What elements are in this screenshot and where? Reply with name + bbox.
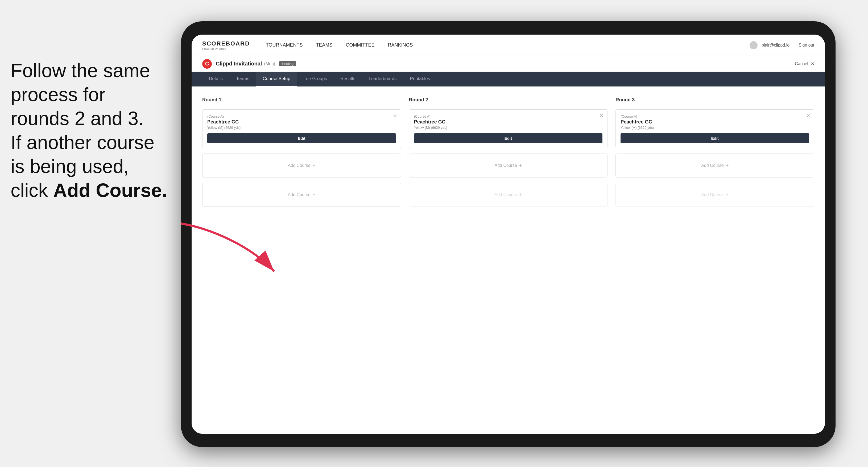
round-2-course-info: Yellow (M) (6629 yds) [414,126,603,130]
round-1-add-plus-1: + [312,163,315,168]
round-3-add-course-1-label: Add Course [701,163,724,168]
tab-details[interactable]: Details [202,72,229,87]
tab-results[interactable]: Results [334,72,362,87]
round-1-column: Round 1 ✕ (Course A) Peachtree GC Yellow… [202,97,401,207]
round-3-course-info: Yellow (M) (6629 yds) [621,126,809,130]
round-3-course-name: Peachtree GC [621,119,809,125]
sub-header-right: Cancel ✕ [795,61,814,66]
hosting-badge: Hosting [279,61,296,66]
cancel-x-icon[interactable]: ✕ [811,61,814,66]
sub-header: C Clippd Invitational (Men) Hosting Canc… [192,56,825,72]
nav-links: TOURNAMENTS TEAMS COMMITTEE RANKINGS [266,41,750,49]
round-1-course-info: Yellow (M) (6629 yds) [207,126,396,130]
round-3-add-course-2-label: Add Course [701,192,724,197]
instruction-panel: Follow the same process for rounds 2 and… [0,48,186,213]
tablet-screen: SCOREBOARD Powered by clippd TOURNAMENTS… [192,35,825,434]
round-1-add-course-2-label: Add Course [288,192,311,197]
tab-bar: Details Teams Course Setup Tee Groups Re… [192,72,825,87]
round-1-course-label: (Course A) [207,115,396,118]
nav-tournaments[interactable]: TOURNAMENTS [266,41,303,49]
round-2-add-course-1-label: Add Course [494,163,517,168]
round-1-remove-icon[interactable]: ✕ [393,113,397,119]
user-email: blair@clippd.io [762,43,789,48]
nav-teams[interactable]: TEAMS [316,41,333,49]
cancel-button[interactable]: Cancel [795,61,808,66]
round-1-add-plus-2: + [312,192,315,198]
round-3-add-course-1[interactable]: Add Course + [616,154,814,178]
round-1-add-course-1[interactable]: Add Course + [202,154,401,178]
round-2-course-label: (Course A) [414,115,603,118]
round-3-add-plus-2: + [726,192,729,198]
round-2-title: Round 2 [409,97,608,103]
round-3-edit-button[interactable]: Edit [621,133,809,143]
round-3-title: Round 3 [616,97,814,103]
round-2-add-plus-1: + [519,163,522,168]
round-1-add-course-2[interactable]: Add Course + [202,183,401,207]
main-content: Round 1 ✕ (Course A) Peachtree GC Yellow… [192,87,825,434]
scoreboard-logo: SCOREBOARD Powered by clippd [202,40,250,50]
round-1-title: Round 1 [202,97,401,103]
round-2-column: Round 2 ✕ (Course A) Peachtree GC Yellow… [409,97,608,207]
sign-out-link[interactable]: Sign out [799,43,814,48]
clippd-logo: C [202,59,212,69]
tab-teams[interactable]: Teams [229,72,256,87]
round-3-add-course-2: Add Course + [616,183,814,207]
instruction-text: Follow the same process for rounds 2 and… [11,60,167,201]
round-2-add-plus-2: + [519,192,522,198]
user-avatar [750,41,757,49]
round-3-course-card: ✕ (Course A) Peachtree GC Yellow (M) (66… [616,110,814,148]
round-2-add-course-2-label: Add Course [494,192,517,197]
top-nav: SCOREBOARD Powered by clippd TOURNAMENTS… [192,35,825,56]
round-2-course-card: ✕ (Course A) Peachtree GC Yellow (M) (66… [409,110,608,148]
round-3-course-label: (Course A) [621,115,809,118]
round-1-course-name: Peachtree GC [207,119,396,125]
tab-printables[interactable]: Printables [403,72,437,87]
round-3-add-plus-1: + [726,163,729,168]
round-2-add-course-2: Add Course + [409,183,608,207]
nav-rankings[interactable]: RANKINGS [388,41,413,49]
round-2-remove-icon[interactable]: ✕ [599,113,603,119]
nav-separator: | [794,43,795,48]
tab-tee-groups[interactable]: Tee Groups [297,72,334,87]
round-2-course-name: Peachtree GC [414,119,603,125]
rounds-grid: Round 1 ✕ (Course A) Peachtree GC Yellow… [202,97,814,207]
nav-right: blair@clippd.io | Sign out [750,41,814,49]
round-3-remove-icon[interactable]: ✕ [806,113,810,119]
tab-leaderboards[interactable]: Leaderboards [362,72,403,87]
tab-course-setup[interactable]: Course Setup [256,72,297,87]
round-1-add-course-1-label: Add Course [288,163,311,168]
nav-committee[interactable]: COMMITTEE [346,41,375,49]
round-2-add-course-1[interactable]: Add Course + [409,154,608,178]
round-1-edit-button[interactable]: Edit [207,133,396,143]
tablet-frame: SCOREBOARD Powered by clippd TOURNAMENTS… [181,21,836,447]
logo-sub: Powered by clippd [202,47,250,50]
round-2-edit-button[interactable]: Edit [414,133,603,143]
tournament-name: Clippd Invitational [216,61,262,67]
men-label: (Men) [264,61,275,66]
round-3-column: Round 3 ✕ (Course A) Peachtree GC Yellow… [616,97,814,207]
round-1-course-card: ✕ (Course A) Peachtree GC Yellow (M) (66… [202,110,401,148]
logo-title: SCOREBOARD [202,40,250,47]
